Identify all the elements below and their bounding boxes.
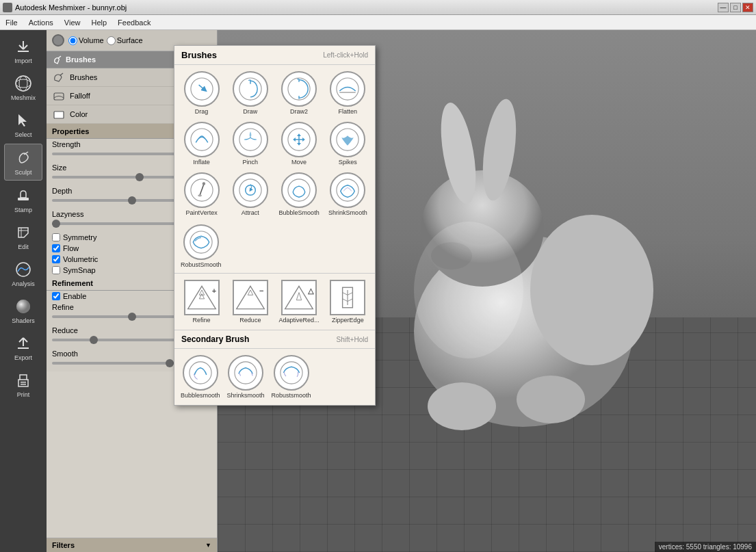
meshmix-icon [14,74,33,93]
brush-pinch[interactable]: Pinch [227,120,273,168]
svg-line-76 [343,293,348,295]
enable-checkbox[interactable] [52,292,60,300]
secondary-brush-grid: Bubblesmooth Shrinksmooth Robustsmooth [174,349,375,405]
window-title: Autodesk Meshmixer - bunnyr.obj [15,3,127,12]
svg-line-79 [348,299,352,302]
brush-spikes[interactable]: Spikes [325,120,371,168]
tool-print[interactable]: Print [4,367,42,402]
svg-rect-25 [54,111,64,118]
menu-view[interactable]: View [59,16,86,29]
menu-actions[interactable]: Actions [23,16,59,29]
brush-attract[interactable]: Attract [227,170,273,218]
brush-shrinksmooth[interactable]: ShrinkSmooth [325,170,371,218]
brush-move[interactable]: Move [276,120,322,168]
tool-shaders[interactable]: Shaders [4,293,42,328]
brush-draw[interactable]: Draw [227,69,273,117]
refine-brush-reduce[interactable]: − Reduce [227,278,273,326]
brush-panel: Brushes Left-click+Hold Drag Draw Draw2 [174,45,376,406]
svg-point-34 [431,242,472,270]
svg-marker-69 [248,290,252,295]
brush-robustsmooth[interactable]: RobustSmooth [179,222,224,270]
brush-flatten-label: Flatten [339,108,358,115]
flow-checkbox[interactable] [52,244,60,252]
brush-inflate-circle [184,122,220,157]
svg-line-78 [343,299,348,302]
surface-option[interactable]: Surface [107,36,143,45]
symsnap-label: SymSnap [63,266,96,274]
tool-meshmix[interactable]: Meshmix [4,70,42,105]
tool-import[interactable]: Import [4,33,42,68]
secondary-brush-robustsmooth[interactable]: Robustsmooth [270,353,313,401]
analysis-icon [14,260,33,279]
edit-icon [14,223,33,242]
enable-label: Enable [63,292,86,300]
brush-paintvertex[interactable]: PaintVertex [179,170,224,218]
secondary-brush-shrinksmooth[interactable]: Shrinksmooth [225,353,267,401]
secondary-brush-hint: Shift+Hold [337,336,368,343]
refine-brush-adaptivered[interactable]: △ AdaptiveRed... [276,278,322,326]
menu-feedback[interactable]: Feedback [112,16,156,29]
refine-label: Refine [52,303,74,311]
svg-point-5 [16,79,31,88]
brush-drag[interactable]: Drag [179,69,224,117]
print-icon [14,371,33,390]
minimize-button[interactable]: — [718,3,729,12]
menu-file[interactable]: File [0,16,23,29]
select-icon [14,111,33,130]
tool-sculpt[interactable]: Sculpt [4,144,42,181]
refine-brush-zipperedge-label: ZipperEdge [332,317,364,324]
svg-rect-18 [18,347,29,349]
brush-inflate-label: Inflate [193,159,210,166]
tool-export[interactable]: Export [4,330,42,365]
size-label: Size [52,163,66,172]
lazyness-label: Lazyness [52,210,83,218]
brush-bubblesmooth[interactable]: BubbleSmooth [276,170,322,218]
secondary-brush-bubblesmooth[interactable]: Bubblesmooth [179,353,222,401]
edit-label: Edit [18,244,29,250]
tool-select[interactable]: Select [4,107,42,142]
filters-header[interactable]: Filters ▼ [47,538,217,552]
menu-help[interactable]: Help [86,16,112,29]
filters-arrow: ▼ [205,542,211,549]
brush-pinch-circle [233,122,268,157]
refine-brush-zipperedge[interactable]: ZipperEdge [325,278,371,326]
close-button[interactable]: ✕ [742,3,753,12]
tool-stamp[interactable]: Stamp [4,182,42,218]
svg-marker-7 [18,114,27,127]
secondary-robustsmooth-label: Robustsmooth [272,392,311,399]
color-row-label: Color [70,110,88,118]
brush-inflate[interactable]: Inflate [179,120,224,168]
export-label: Export [14,354,32,361]
surface-radio[interactable] [107,36,116,45]
brush-grid: Drag Draw Draw2 Flatten [174,65,375,222]
brush-spikes-circle [330,122,365,157]
refine-brush-refine-label: Refine [193,317,211,324]
filters-label: Filters [52,541,75,549]
brush-robustsmooth-label: RobustSmooth [181,261,222,268]
maximize-button[interactable]: □ [730,3,741,12]
svg-point-43 [337,78,359,100]
symmetry-checkbox[interactable] [52,233,60,241]
falloff-row-icon [52,89,66,103]
volume-radio[interactable] [68,36,77,45]
shaders-icon [14,297,33,316]
volumetric-checkbox[interactable] [52,255,60,263]
brush-flatten[interactable]: Flatten [325,69,371,117]
refine-circle-adaptivered: △ [281,280,317,315]
svg-line-38 [248,80,250,81]
brushes-row-label: Brushes [70,73,97,81]
svg-point-31 [517,376,585,423]
refine-brush-refine[interactable]: + Refine [179,278,224,326]
brush-draw2[interactable]: Draw2 [276,69,322,117]
svg-text:+: + [211,287,216,295]
refinement-label: Refinement [52,279,93,287]
tool-edit[interactable]: Edit [4,219,42,254]
brush-move-label: Move [291,159,307,166]
import-icon [14,37,33,56]
shaders-label: Shaders [12,317,35,324]
volume-option[interactable]: Volume [68,36,104,45]
robustsmooth-row: RobustSmooth [174,222,375,273]
sculpt-icon [14,148,33,168]
symsnap-checkbox[interactable] [52,266,60,274]
tool-analysis[interactable]: Analysis [4,256,42,291]
